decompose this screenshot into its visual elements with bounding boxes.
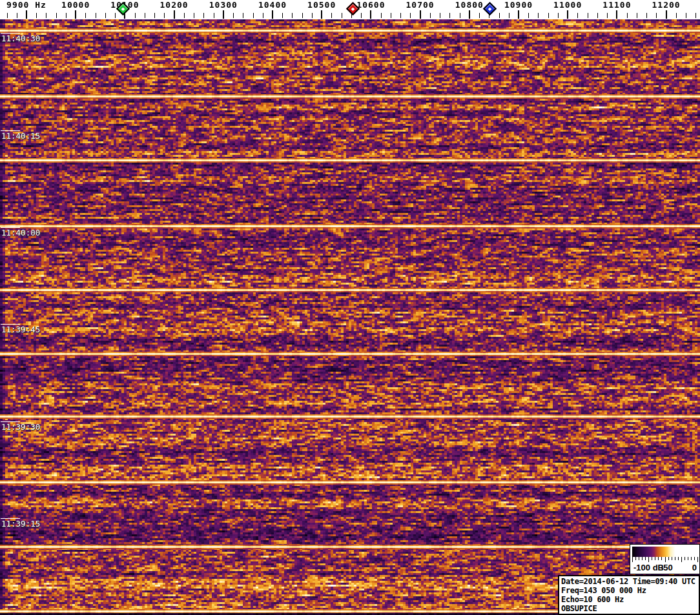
time-label-text: 11:40:15	[1, 131, 40, 141]
legend-tick	[672, 557, 672, 560]
legend-gradient-bar	[632, 547, 697, 557]
freq-tick-label: 10700	[406, 0, 435, 10]
info-line-echo: Echo=10 600 Hz	[561, 595, 697, 604]
legend-tick	[697, 557, 698, 562]
freq-tick-label: 11200	[652, 0, 681, 10]
legend-label-mid: -50	[661, 563, 673, 572]
signal-level-legend: -100 dB -50 0	[630, 544, 700, 574]
legend-tick	[678, 557, 679, 560]
legend-label-min: -100 dB	[633, 563, 664, 572]
marker-center-dot	[488, 7, 491, 11]
time-label-text: 11:39:45	[1, 325, 40, 334]
legend-tick	[675, 557, 675, 560]
legend-tick	[655, 557, 655, 560]
freq-tick-label: 10200	[160, 0, 189, 10]
freq-tick-label: 10400	[258, 0, 287, 10]
time-label-text: 11:39:30	[1, 422, 40, 432]
legend-tick	[685, 557, 685, 560]
frequency-ruler[interactable]: 9900 Hz100001010010200103001040010500106…	[0, 0, 700, 19]
info-line-freq: Freq=143 050 000 Hz	[561, 586, 697, 595]
freq-tick-label: 10300	[209, 0, 238, 10]
info-line-date: Date=2014-06-12 Time=09:40 UTC	[561, 577, 697, 586]
legend-tick	[632, 557, 633, 562]
legend-tick	[639, 557, 639, 560]
station-info-box: Date=2014-06-12 Time=09:40 UTC Freq=143 …	[558, 575, 700, 615]
freq-tick-label: 10500	[307, 0, 336, 10]
freq-tick-label: 11100	[602, 0, 631, 10]
legend-tick	[665, 557, 666, 562]
freq-tick-label: 11000	[553, 0, 582, 10]
legend-tick	[658, 557, 659, 560]
time-label-text: 11:39:15	[1, 519, 40, 529]
time-label-text: 11:40:00	[1, 228, 40, 237]
legend-tick	[642, 557, 643, 560]
legend-tick	[688, 557, 688, 560]
freq-tick-label: 9900 Hz	[6, 0, 46, 10]
legend-tick	[652, 557, 652, 560]
legend-label-max: 0	[692, 563, 697, 572]
freq-tick-label: 10600	[356, 0, 385, 10]
marker-center-dot	[351, 7, 355, 11]
legend-tick	[648, 557, 649, 562]
legend-tick	[668, 557, 669, 560]
legend-tick	[661, 557, 662, 560]
info-line-station: OBSUPICE	[561, 604, 697, 613]
legend-tick	[681, 557, 682, 562]
legend-tick	[691, 557, 692, 560]
legend-tick	[635, 557, 636, 560]
marker-center-dot	[121, 7, 125, 11]
spectrogram-waterfall[interactable]	[0, 19, 700, 615]
spectrum-display-window: 9900 Hz100001010010200103001040010500106…	[0, 0, 700, 615]
legend-tick	[694, 557, 695, 560]
freq-tick-label: 10900	[504, 0, 533, 10]
time-label-text: 11:40:30	[1, 34, 40, 43]
freq-tick-label: 10000	[61, 0, 90, 10]
legend-ticks	[630, 557, 699, 563]
freq-tick-label: 10800	[455, 0, 484, 10]
legend-tick	[645, 557, 646, 560]
